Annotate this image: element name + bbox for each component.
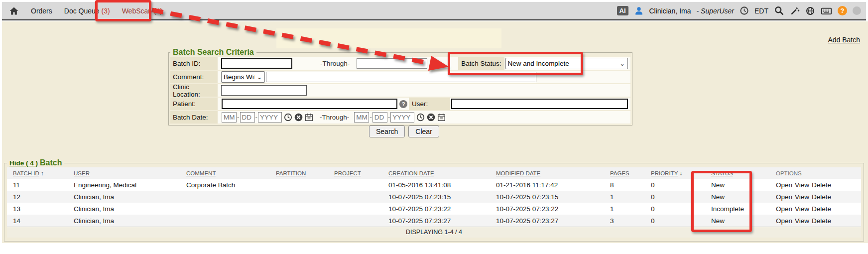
patient-user-row: Patient: ? User: bbox=[170, 98, 630, 110]
view-link[interactable]: View bbox=[795, 181, 809, 189]
status-cell: Incomplete bbox=[705, 203, 770, 215]
webscan-count: (4) bbox=[154, 7, 162, 15]
batch-status-label: Batch Status: bbox=[458, 57, 504, 70]
user-role: - SuperUser bbox=[697, 7, 734, 15]
delete-link[interactable]: Delete bbox=[812, 205, 831, 213]
hide-results-link[interactable]: Hide ( 4 ) bbox=[9, 159, 38, 167]
paging-status: DISPLAYING 1-4 / 4 bbox=[7, 227, 861, 238]
patient-label: Patient: bbox=[170, 98, 218, 110]
options-cell: OpenViewDelete bbox=[770, 179, 861, 191]
top-nav-bar: Orders Doc Queue (3) WebScan (4) AI Clin… bbox=[2, 2, 866, 20]
batch-date-label: Batch Date: bbox=[170, 111, 218, 124]
search-icon[interactable] bbox=[774, 5, 784, 16]
through-label-2: -Through- bbox=[320, 114, 349, 121]
home-icon[interactable] bbox=[9, 6, 19, 16]
cell-batch-id: 12 bbox=[7, 191, 68, 203]
delete-link[interactable]: Delete bbox=[812, 217, 831, 225]
table-header-row: BATCH ID↑ USER COMMENT PARTITION PROJECT… bbox=[7, 167, 861, 179]
clear-date-icon[interactable] bbox=[427, 113, 435, 122]
delete-link[interactable]: Delete bbox=[812, 181, 831, 189]
batch-id-row: Batch ID: -Through- Batch Status: New an… bbox=[170, 57, 630, 70]
nav-webscan[interactable]: WebScan (4) bbox=[122, 7, 162, 15]
col-comment[interactable]: COMMENT bbox=[180, 167, 270, 179]
clinic-location-label: Clinic Location: bbox=[170, 84, 218, 97]
batch-results-panel: Hide ( 4 )Batch BATCH ID↑ USER COMMENT P… bbox=[4, 158, 864, 242]
comment-operator-select[interactable]: Begins With bbox=[221, 71, 265, 83]
calendar-icon[interactable] bbox=[437, 113, 446, 122]
batch-date-from-dd[interactable] bbox=[240, 112, 255, 123]
options-cell: OpenViewDelete bbox=[770, 215, 861, 227]
comment-row: Comment: Begins With ⌄ bbox=[170, 71, 630, 83]
options-cell: OpenViewDelete bbox=[770, 203, 861, 215]
add-batch-link[interactable]: Add Batch bbox=[828, 36, 860, 44]
clear-date-icon[interactable] bbox=[294, 113, 303, 122]
col-pages[interactable]: PAGES bbox=[604, 167, 645, 179]
ai-badge[interactable]: AI bbox=[617, 6, 628, 15]
batch-date-to-dd[interactable] bbox=[372, 112, 387, 123]
col-status[interactable]: STATUS bbox=[705, 167, 770, 179]
col-batch-id[interactable]: BATCH ID↑ bbox=[7, 167, 68, 179]
magic-wand-icon[interactable] bbox=[790, 6, 800, 16]
col-modified-date[interactable]: MODIFIED DATE bbox=[490, 167, 604, 179]
col-options: OPTIONS bbox=[770, 167, 861, 179]
time-icon[interactable] bbox=[284, 113, 292, 122]
batch-date-to-mm[interactable] bbox=[354, 112, 369, 123]
batch-date-from-mm[interactable] bbox=[222, 112, 237, 123]
clear-button[interactable]: Clear bbox=[408, 126, 439, 137]
table-row: 13 Clinician, Ima 10-07-2025 07:23:22 10… bbox=[7, 203, 861, 215]
col-project[interactable]: PROJECT bbox=[328, 167, 382, 179]
topbar-right-cluster: AI Clinician, Ima - SuperUser EDT bbox=[617, 5, 862, 16]
view-link[interactable]: View bbox=[795, 193, 809, 201]
results-legend: Hide ( 4 )Batch bbox=[7, 158, 64, 167]
patient-input[interactable] bbox=[222, 99, 397, 109]
keyboard-icon[interactable] bbox=[821, 6, 832, 16]
clinic-location-input[interactable] bbox=[221, 85, 307, 96]
view-link[interactable]: View bbox=[795, 217, 809, 225]
user-input[interactable] bbox=[451, 99, 628, 109]
nav-orders[interactable]: Orders bbox=[31, 7, 52, 15]
sort-desc-icon: ↓ bbox=[679, 170, 682, 177]
open-link[interactable]: Open bbox=[776, 193, 792, 201]
options-cell: OpenViewDelete bbox=[770, 191, 861, 203]
open-link[interactable]: Open bbox=[776, 181, 792, 189]
user-icon bbox=[634, 6, 644, 16]
batch-id-label: Batch ID: bbox=[170, 57, 218, 70]
webscan-page: Orders Doc Queue (3) WebScan (4) AI Clin… bbox=[0, 0, 868, 254]
clinic-location-row: Clinic Location: bbox=[170, 84, 630, 97]
globe-icon[interactable] bbox=[805, 6, 815, 16]
batch-search-criteria-panel: Batch Search Criteria Batch ID: -Through… bbox=[168, 48, 632, 126]
comment-label: Comment: bbox=[170, 71, 218, 83]
comment-input[interactable] bbox=[266, 72, 536, 82]
sort-asc-icon: ↑ bbox=[41, 170, 44, 177]
calendar-icon[interactable] bbox=[305, 113, 313, 122]
search-button[interactable]: Search bbox=[369, 126, 405, 137]
status-dot-icon bbox=[853, 6, 861, 15]
batch-status-select[interactable]: New and Incomplete bbox=[505, 58, 628, 69]
doc-queue-count: (3) bbox=[102, 7, 110, 15]
batch-date-from-yyyy[interactable] bbox=[258, 112, 282, 123]
search-actions: Search Clear bbox=[369, 126, 439, 137]
highlight-band bbox=[276, 28, 501, 48]
batch-id-from-input[interactable] bbox=[221, 58, 292, 69]
search-legend: Batch Search Criteria bbox=[170, 48, 256, 57]
table-row: 14 Clinician, Ima 10-07-2025 07:23:27 10… bbox=[7, 215, 861, 227]
col-partition[interactable]: PARTITION bbox=[270, 167, 328, 179]
patient-help-icon[interactable]: ? bbox=[399, 100, 407, 108]
nav-doc-queue[interactable]: Doc Queue (3) bbox=[64, 7, 110, 15]
batch-id-through-input[interactable] bbox=[357, 58, 427, 69]
col-priority[interactable]: PRIORITY↓ bbox=[645, 167, 705, 179]
delete-link[interactable]: Delete bbox=[812, 193, 831, 201]
open-link[interactable]: Open bbox=[776, 205, 792, 213]
col-user[interactable]: USER bbox=[68, 167, 180, 179]
help-icon[interactable]: ? bbox=[838, 6, 847, 15]
view-link[interactable]: View bbox=[795, 205, 809, 213]
time-icon[interactable] bbox=[416, 113, 425, 122]
open-link[interactable]: Open bbox=[776, 217, 792, 225]
batch-table: BATCH ID↑ USER COMMENT PARTITION PROJECT… bbox=[7, 167, 861, 227]
col-creation-date[interactable]: CREATION DATE bbox=[382, 167, 490, 179]
status-cell: New bbox=[705, 179, 770, 191]
user-name: Clinician, Ima bbox=[649, 7, 691, 15]
batch-date-to-yyyy[interactable] bbox=[390, 112, 414, 123]
table-row: 11 Engineering, Medical Corporate Batch … bbox=[7, 179, 861, 191]
cell-batch-id: 13 bbox=[7, 203, 68, 215]
